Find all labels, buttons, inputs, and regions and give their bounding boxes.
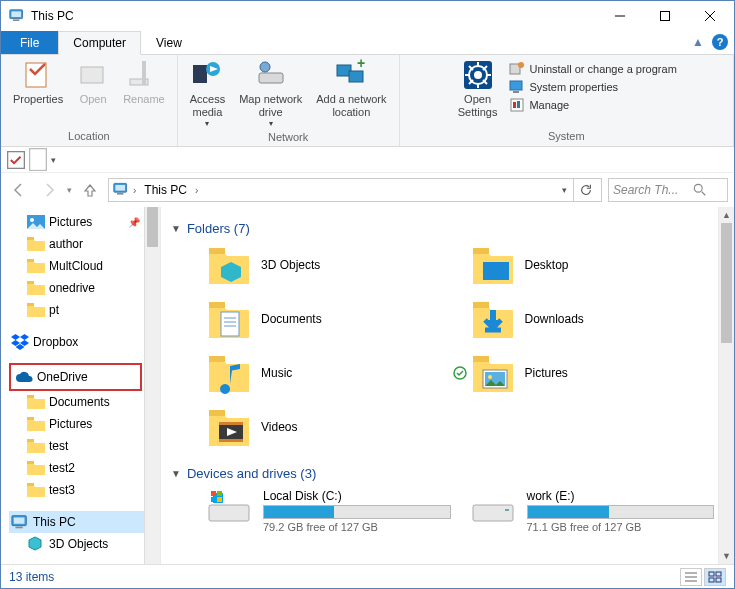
music-folder-icon [207,352,251,394]
qat-checkbox[interactable] [7,151,25,169]
folder-desktop[interactable]: Desktop [471,244,715,286]
details-view-button[interactable] [680,568,702,586]
tree-item-dropbox[interactable]: Dropbox [9,331,160,353]
collapse-ribbon-icon[interactable]: ▲ [692,35,704,49]
svg-rect-52 [27,439,34,442]
folder-music[interactable]: Music [207,352,451,394]
drive-c[interactable]: Local Disk (C:) 79.2 GB free of 127 GB [207,489,451,533]
address-chevron-icon[interactable]: › [133,185,136,196]
tree-item-test3[interactable]: test3 [9,479,160,501]
tree-item-test[interactable]: test [9,435,160,457]
open-button[interactable]: Open [71,57,115,108]
nav-back-button[interactable] [7,178,31,202]
refresh-button[interactable] [573,179,597,201]
folder-downloads[interactable]: Downloads [471,298,715,340]
tree-item-author[interactable]: author [9,233,160,255]
search-box[interactable] [608,178,728,202]
rename-button[interactable]: Rename [117,57,171,108]
manage-button[interactable]: Manage [509,97,676,113]
tab-file[interactable]: File [1,31,58,54]
tree-item-3dobjects[interactable]: 3D Objects [9,533,160,555]
content-scrollbar[interactable]: ▲ ▼ [718,207,734,564]
address-segment-root[interactable]: This PC [140,181,191,199]
add-network-location-button[interactable]: + Add a network location [310,57,392,121]
svg-rect-14 [259,73,283,83]
drive-free-text: 71.1 GB free of 127 GB [527,521,715,533]
onedrive-icon [15,369,33,385]
folder-pictures[interactable]: Pictures [471,352,715,394]
open-label: Open [80,93,107,106]
address-history-dropdown[interactable]: ▾ [558,185,571,195]
scroll-down-button[interactable]: ▼ [719,548,734,564]
tree-item-test2[interactable]: test2 [9,457,160,479]
svg-rect-81 [211,491,216,496]
tree-item-multcloud[interactable]: MultCloud [9,255,160,277]
navigation-tree[interactable]: Pictures 📌 author MultCloud onedrive pt … [1,207,161,564]
tiles-view-button[interactable] [704,568,726,586]
folder-label: Music [261,366,292,380]
address-chevron-icon[interactable]: › [195,185,198,196]
properties-button[interactable]: Properties [7,57,69,108]
thispc-icon [9,9,25,23]
qat-dropdown-icon[interactable]: ▾ [51,155,56,165]
drive-c-icon [207,489,251,525]
section-header-folders[interactable]: ▼ Folders (7) [171,217,734,244]
qat-blank[interactable] [29,151,47,169]
maximize-button[interactable] [642,2,687,30]
tree-item-pt[interactable]: pt [9,299,160,321]
tree-label: Pictures [49,417,92,431]
ribbon-group-network-label: Network [268,131,308,145]
close-button[interactable] [687,2,732,30]
tree-item-od-documents[interactable]: Documents [9,391,160,413]
svg-rect-60 [483,262,509,280]
svg-rect-48 [27,281,34,284]
address-bar[interactable]: › This PC › ▾ [108,178,602,202]
svg-rect-58 [209,248,225,254]
folder-icon [27,482,45,498]
folder-label: Pictures [525,366,568,380]
svg-rect-50 [27,395,34,398]
tree-item-od-pictures[interactable]: Pictures [9,413,160,435]
map-drive-button[interactable]: Map network drive ▾ [233,57,308,131]
content-pane[interactable]: ▼ Folders (7) 3D Objects Desktop Documen… [161,207,734,564]
drive-fill [528,506,610,518]
properties-label: Properties [13,93,63,106]
tree-item-onedrive-folder[interactable]: onedrive [9,277,160,299]
svg-rect-66 [473,302,489,308]
tab-computer[interactable]: Computer [58,31,141,55]
nav-forward-button[interactable] [37,178,61,202]
nav-up-button[interactable] [78,178,102,202]
help-icon[interactable]: ? [712,34,728,50]
ribbon-group-network: Access media ▾ Map network drive ▾ + Add… [178,55,400,146]
scroll-thumb[interactable] [721,223,732,343]
folder-documents[interactable]: Documents [207,298,451,340]
svg-rect-54 [27,483,34,486]
nav-recent-dropdown[interactable]: ▾ [67,185,72,195]
system-properties-button[interactable]: System properties [509,79,676,95]
ribbon-group-location-label: Location [68,130,110,144]
tree-item-onedrive[interactable]: OneDrive [15,367,136,387]
tree-scrollbar-thumb[interactable] [147,207,158,247]
tree-label: Dropbox [33,335,78,349]
folder-videos[interactable]: Videos [207,406,451,448]
folder-3dobjects[interactable]: 3D Objects [207,244,451,286]
drive-e[interactable]: work (E:) 71.1 GB free of 127 GB [471,489,715,533]
desktop-folder-icon [471,244,515,286]
tree-scrollbar[interactable] [144,207,160,564]
access-media-button[interactable]: Access media ▾ [184,57,231,131]
tree-item-thispc[interactable]: This PC [9,511,160,533]
tab-view[interactable]: View [141,31,197,54]
drive-name: Local Disk (C:) [263,489,451,503]
uninstall-program-button[interactable]: Uninstall or change a program [509,61,676,77]
videos-folder-icon [207,406,251,448]
scroll-up-button[interactable]: ▲ [719,207,734,223]
address-thispc-icon [113,182,129,199]
open-settings-button[interactable]: Open Settings [452,57,504,121]
scroll-track[interactable] [719,223,734,548]
tree-item-pictures-quick[interactable]: Pictures 📌 [9,211,160,233]
section-header-drives[interactable]: ▼ Devices and drives (3) [171,462,734,489]
search-input[interactable] [613,183,693,197]
minimize-button[interactable] [597,2,642,30]
svg-rect-68 [209,356,225,362]
svg-point-45 [30,218,34,222]
